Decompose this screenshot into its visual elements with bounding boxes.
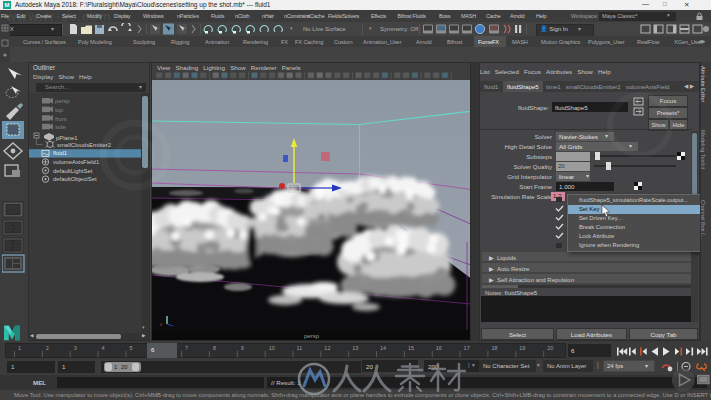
svg-text:16: 16 bbox=[436, 345, 442, 351]
svg-text:side: side bbox=[55, 124, 66, 130]
svg-text:7: 7 bbox=[185, 345, 188, 351]
svg-text:11: 11 bbox=[297, 345, 303, 351]
svg-text:5: 5 bbox=[129, 345, 132, 351]
svg-text:top: top bbox=[55, 107, 63, 113]
svg-text:17: 17 bbox=[464, 345, 470, 351]
svg-text:15: 15 bbox=[408, 345, 414, 351]
svg-text:14: 14 bbox=[380, 345, 386, 351]
svg-text:3: 3 bbox=[74, 345, 77, 351]
svg-text:volumeAxisField1: volumeAxisField1 bbox=[53, 159, 99, 165]
svg-text:persp: persp bbox=[304, 333, 320, 339]
svg-text:10: 10 bbox=[269, 345, 275, 351]
svg-text:pPlane1: pPlane1 bbox=[56, 135, 78, 141]
svg-text:1: 1 bbox=[18, 345, 21, 351]
svg-text:13: 13 bbox=[352, 345, 358, 351]
svg-text:4: 4 bbox=[102, 345, 105, 351]
svg-text:defaultObjectSet: defaultObjectSet bbox=[53, 176, 97, 182]
svg-text:20: 20 bbox=[547, 345, 553, 351]
svg-text:12: 12 bbox=[324, 345, 330, 351]
svg-text:8: 8 bbox=[213, 345, 216, 351]
svg-text:fluid1: fluid1 bbox=[53, 150, 67, 156]
svg-text:18: 18 bbox=[491, 345, 497, 351]
svg-text:19: 19 bbox=[519, 345, 525, 351]
svg-text:persp: persp bbox=[55, 98, 70, 104]
svg-text:defaultLightSet: defaultLightSet bbox=[53, 168, 93, 174]
svg-text:9: 9 bbox=[241, 345, 244, 351]
svg-text:front: front bbox=[55, 116, 67, 122]
svg-text:2: 2 bbox=[46, 345, 49, 351]
